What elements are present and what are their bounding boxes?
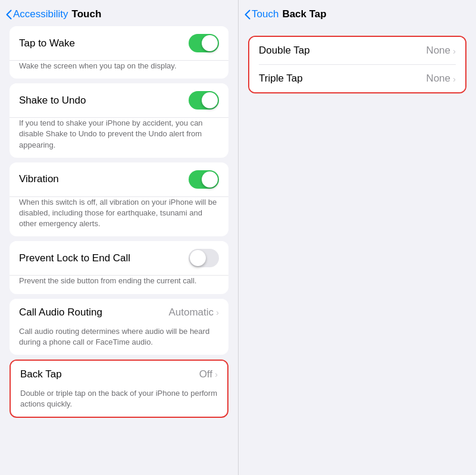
shake-to-undo-description: If you tend to shake your iPhone by acci… (10, 118, 228, 158)
shake-to-undo-label: Shake to Undo (19, 95, 86, 107)
chevron-icon-4: › (453, 74, 456, 84)
toggle-knob-3 (202, 171, 218, 188)
call-audio-card: Call Audio Routing Automatic › Call audi… (10, 299, 228, 355)
back-tap-description: Double or triple tap on the back of your… (11, 388, 227, 417)
shake-to-undo-card: Shake to Undo If you tend to shake your … (10, 83, 228, 158)
call-audio-description: Call audio routing determines where audi… (10, 326, 228, 355)
double-tap-row[interactable]: Double Tap None › (249, 37, 465, 64)
tap-to-wake-row[interactable]: Tap to Wake (10, 26, 228, 61)
chevron-icon: › (216, 307, 219, 317)
call-audio-right: Automatic › (168, 307, 219, 318)
right-settings-list: Double Tap None › Triple Tap None › (239, 26, 476, 103)
vibration-row[interactable]: Vibration (10, 162, 228, 197)
page-title-right: Back Tap (282, 8, 326, 20)
triple-tap-row[interactable]: Triple Tap None › (249, 65, 465, 92)
back-button-accessibility[interactable]: Accessibility (6, 8, 68, 20)
double-tap-label: Double Tap (259, 45, 310, 57)
chevron-left-icon-right (245, 10, 250, 20)
shake-to-undo-toggle[interactable] (189, 91, 219, 110)
vibration-toggle[interactable] (189, 170, 219, 189)
back-label: Accessibility (13, 8, 68, 20)
triple-tap-right: None › (426, 73, 456, 85)
tap-to-wake-description: Wake the screen when you tap on the disp… (10, 61, 228, 79)
back-tap-right: Off › (199, 368, 218, 380)
right-nav-bar: Touch Back Tap (239, 0, 476, 26)
page-title-left: Touch (72, 8, 102, 20)
prevent-lock-card: Prevent Lock to End Call Prevent the sid… (10, 241, 228, 293)
left-panel: Accessibility Touch Tap to Wake Wake the… (0, 0, 238, 475)
vibration-card: Vibration When this switch is off, all v… (10, 162, 228, 237)
back-tap-label: Back Tap (20, 368, 62, 380)
double-tap-right: None › (426, 45, 456, 57)
right-panel: Touch Back Tap Double Tap None › Triple … (238, 0, 476, 475)
right-back-label: Touch (252, 8, 278, 20)
back-tap-value: Off (199, 368, 212, 380)
shake-to-undo-row[interactable]: Shake to Undo (10, 83, 228, 118)
back-tap-options-card: Double Tap None › Triple Tap None › (248, 36, 466, 93)
vibration-description: When this switch is off, all vibration o… (10, 197, 228, 237)
call-audio-label: Call Audio Routing (19, 307, 102, 318)
left-nav-bar: Accessibility Touch (0, 0, 238, 26)
prevent-lock-toggle[interactable] (189, 249, 219, 267)
tap-to-wake-card: Tap to Wake Wake the screen when you tap… (10, 26, 228, 79)
vibration-label: Vibration (19, 173, 59, 185)
triple-tap-label: Triple Tap (259, 73, 303, 85)
call-audio-row[interactable]: Call Audio Routing Automatic › (10, 299, 228, 326)
left-settings-list: Tap to Wake Wake the screen when you tap… (0, 26, 238, 423)
chevron-icon-2: › (215, 369, 218, 379)
toggle-knob (202, 35, 218, 51)
back-tap-card: Back Tap Off › Double or triple tap on t… (10, 360, 228, 418)
tap-to-wake-toggle[interactable] (189, 34, 219, 52)
prevent-lock-description: Prevent the side button from ending the … (10, 276, 228, 293)
tap-to-wake-label: Tap to Wake (19, 38, 75, 49)
chevron-icon-3: › (453, 46, 456, 56)
chevron-left-icon (6, 10, 12, 20)
prevent-lock-label: Prevent Lock to End Call (19, 252, 130, 264)
toggle-knob-2 (202, 92, 218, 108)
prevent-lock-row[interactable]: Prevent Lock to End Call (10, 241, 228, 276)
double-tap-value: None (426, 45, 450, 57)
call-audio-value: Automatic (168, 307, 214, 318)
back-button-touch[interactable]: Touch (245, 8, 278, 20)
triple-tap-value: None (426, 73, 450, 85)
back-tap-row[interactable]: Back Tap Off › (11, 361, 227, 388)
toggle-knob-4 (190, 250, 206, 266)
